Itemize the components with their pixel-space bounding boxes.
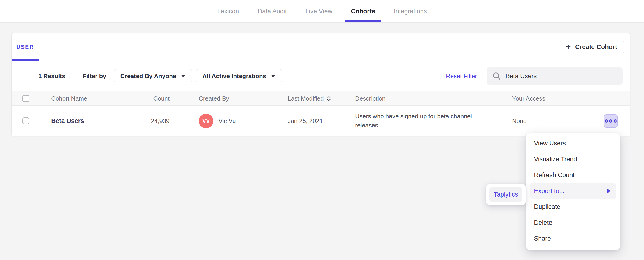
reset-filter-link[interactable]: Reset Filter <box>446 72 477 80</box>
filter-bar: 1 Results Filter by Created By Anyone Al… <box>12 61 630 91</box>
results-count: 1 Results <box>38 72 66 80</box>
last-modified-value: Jan 25, 2021 <box>288 118 355 125</box>
create-cohort-label: Create Cohort <box>575 44 617 51</box>
header-last-modified[interactable]: Last Modified <box>288 95 355 102</box>
header-count[interactable]: Count <box>128 95 170 102</box>
submenu-item-taplytics[interactable]: Taplytics <box>490 187 522 202</box>
menu-item-share[interactable]: Share <box>526 230 620 246</box>
search-input[interactable] <box>506 72 617 80</box>
row-checkbox[interactable] <box>22 118 30 124</box>
header-cohort-name[interactable]: Cohort Name <box>51 95 128 102</box>
nav-tab-data-audit[interactable]: Data Audit <box>252 0 293 22</box>
header-your-access[interactable]: Your Access <box>512 95 630 102</box>
ellipsis-icon <box>609 120 612 122</box>
integrations-dropdown[interactable]: All Active Integrations <box>196 69 282 83</box>
chevron-down-icon <box>271 75 276 78</box>
cohort-name-link[interactable]: Beta Users <box>51 118 84 124</box>
nav-tab-cohorts[interactable]: Cohorts <box>345 0 381 22</box>
filter-by-label: Filter by <box>83 72 106 80</box>
nav-tab-lexicon[interactable]: Lexicon <box>211 0 245 22</box>
menu-item-view-users[interactable]: View Users <box>526 135 620 151</box>
panel-tabs-row: USER + Create Cohort <box>12 34 630 61</box>
nav-tab-live-view[interactable]: Live View <box>299 0 338 22</box>
tab-user[interactable]: USER <box>12 34 39 61</box>
top-navigation: Lexicon Data Audit Live View Cohorts Int… <box>0 0 644 23</box>
header-last-modified-label: Last Modified <box>288 95 324 102</box>
integrations-value: All Active Integrations <box>202 72 266 80</box>
submenu-arrow-icon <box>607 188 610 193</box>
header-created-by[interactable]: Created By <box>170 95 288 102</box>
sort-icon[interactable] <box>327 96 331 101</box>
create-cohort-button[interactable]: + Create Cohort <box>559 40 624 54</box>
table-row[interactable]: Beta Users 24,939 VV Vic Vu Jan 25, 2021… <box>12 106 630 136</box>
search-box[interactable] <box>487 68 622 85</box>
menu-item-visualize-trend[interactable]: Visualize Trend <box>526 151 620 167</box>
divider <box>74 71 74 81</box>
ellipsis-icon <box>605 120 608 122</box>
search-icon <box>492 72 501 80</box>
table-header: Cohort Name Count Created By Last Modifi… <box>12 91 630 106</box>
creator-name: Vic Vu <box>218 118 236 125</box>
avatar: VV <box>199 114 214 128</box>
row-context-menu: View Users Visualize Trend Refresh Count… <box>526 133 620 250</box>
created-by-dropdown[interactable]: Created By Anyone <box>114 69 192 83</box>
nav-tab-integrations[interactable]: Integrations <box>388 0 433 22</box>
cohort-description: Users who have signed up for beta channe… <box>355 112 486 130</box>
ellipsis-icon <box>614 120 617 122</box>
select-all-checkbox[interactable] <box>22 95 30 102</box>
cohorts-panel: USER + Create Cohort 1 Results Filter by… <box>12 33 630 136</box>
export-to-label: Export to... <box>534 188 564 195</box>
access-value: None <box>512 118 526 125</box>
menu-item-delete[interactable]: Delete <box>526 215 620 230</box>
plus-icon: + <box>566 42 571 51</box>
cohort-count: 24,939 <box>128 118 170 125</box>
export-submenu: Taplytics <box>486 184 526 205</box>
menu-item-duplicate[interactable]: Duplicate <box>526 199 620 215</box>
menu-item-refresh-count[interactable]: Refresh Count <box>526 167 620 183</box>
chevron-down-icon <box>181 75 186 78</box>
row-actions-button[interactable] <box>604 114 618 128</box>
menu-item-export-to[interactable]: Export to... <box>530 183 616 199</box>
created-by-value: Created By Anyone <box>120 72 176 80</box>
header-description[interactable]: Description <box>355 95 512 102</box>
